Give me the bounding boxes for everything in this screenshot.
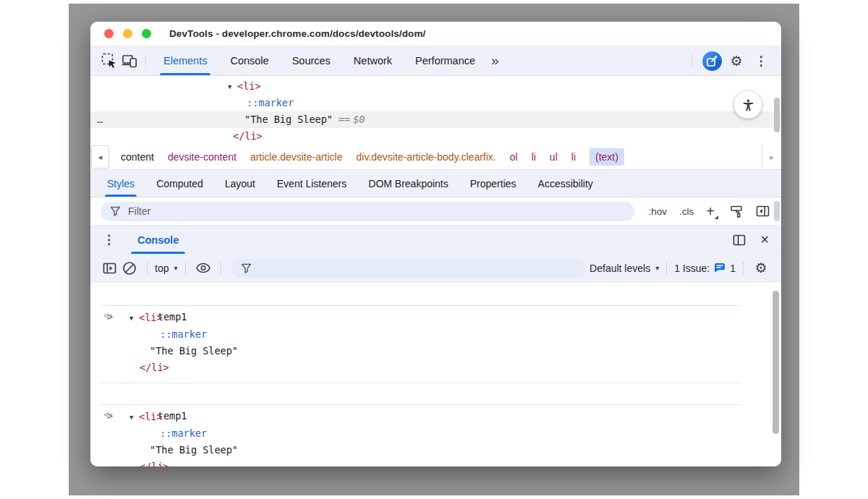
split-panel-icon[interactable] — [733, 234, 746, 246]
maximize-window-button[interactable] — [142, 29, 151, 38]
expander-triangle-icon[interactable]: ▼ — [228, 79, 237, 95]
breadcrumb-item-ul[interactable]: ul — [550, 151, 558, 163]
tab-elements[interactable]: Elements — [158, 46, 212, 75]
device-toolbar-button[interactable] — [119, 51, 140, 71]
rendering-emulation-button[interactable] — [730, 205, 744, 218]
javascript-context-selector[interactable]: top ▾ — [155, 263, 178, 274]
console-filter-input[interactable] — [252, 263, 578, 273]
tab-sources[interactable]: Sources — [287, 46, 336, 75]
funnel-icon — [110, 206, 121, 216]
console-result-message[interactable]: <· ▼<li> ::marker "The Big Sleep" </li> — [101, 306, 741, 383]
ai-assistance-button[interactable] — [702, 51, 722, 71]
console-settings-button[interactable]: ⚙ — [751, 258, 771, 278]
new-style-rule-button[interactable]: + — [706, 203, 718, 220]
breadcrumb-item-div-body[interactable]: div.devsite-article-body.clearfix. — [357, 151, 496, 163]
drawer-tab-console[interactable]: Console — [131, 226, 185, 254]
inspect-element-button[interactable] — [99, 51, 119, 71]
styles-filter-field[interactable] — [101, 202, 634, 221]
breadcrumb-item-text-selected[interactable]: (text) — [590, 148, 624, 166]
result-node-li-close[interactable]: </li> — [101, 459, 741, 466]
toggle-element-state-button[interactable]: :hov — [649, 206, 668, 217]
toolbar-separator — [743, 262, 744, 275]
tab-styles[interactable]: Styles — [103, 170, 138, 197]
devtools-window: DevTools - developer.chrome.com/docs/dev… — [90, 22, 781, 466]
inspect-icon — [101, 53, 117, 69]
breadcrumb-item-ol[interactable]: ol — [510, 151, 518, 163]
expander-triangle-icon[interactable]: ▼ — [129, 409, 139, 426]
minimize-window-button[interactable] — [123, 29, 132, 38]
styles-tab-bar: Styles Computed Layout Event Listeners D… — [90, 170, 781, 197]
tab-network[interactable]: Network — [349, 46, 397, 75]
tab-event-listeners[interactable]: Event Listeners — [273, 170, 351, 197]
live-expression-button[interactable] — [193, 258, 213, 278]
context-label: top — [155, 263, 169, 274]
result-node-marker[interactable]: ::marker — [101, 425, 741, 442]
dom-node-text-selected[interactable]: …"The Big Sleep"==$0 — [90, 111, 781, 128]
result-node-marker[interactable]: ::marker — [101, 326, 741, 343]
close-drawer-icon[interactable]: ✕ — [760, 233, 770, 247]
element-classes-button[interactable]: .cls — [679, 206, 694, 217]
console-input-message[interactable]: >temp1 — [101, 284, 741, 306]
styles-filter-input[interactable] — [128, 205, 625, 217]
result-node-li-open[interactable]: ▼<li> — [101, 310, 741, 326]
funnel-icon — [241, 263, 252, 273]
issues-counter[interactable]: 1 Issue: 1 — [674, 263, 736, 274]
result-node-text[interactable]: "The Big Sleep" — [101, 343, 741, 359]
breadcrumb-back-button[interactable]: ◂ — [91, 145, 109, 169]
styles-scrollbar-thumb[interactable] — [774, 201, 780, 221]
tag-open: <li> — [237, 80, 261, 92]
breadcrumb-item-devsite-content[interactable]: devsite-content — [168, 151, 237, 163]
settings-button[interactable]: ⚙ — [726, 51, 746, 71]
elements-scrollbar-thumb[interactable] — [774, 98, 780, 132]
main-tab-bar: Elements Console Sources Network Perform… — [90, 46, 781, 76]
tab-properties[interactable]: Properties — [467, 170, 520, 197]
console-scrollbar-thumb[interactable] — [773, 291, 779, 434]
computed-styles-sidebar-toggle-button[interactable] — [756, 205, 770, 217]
toolbar-separator — [692, 54, 692, 67]
log-levels-selector[interactable]: Default levels ▾ — [590, 263, 659, 274]
breadcrumb-item-content[interactable]: content — [121, 151, 154, 163]
devtools-menu-button[interactable]: ⋮ — [751, 51, 771, 71]
result-node-li-open[interactable]: ▼<li> — [101, 409, 741, 425]
dom-node-marker-pseudo[interactable]: ::marker — [90, 95, 781, 111]
breadcrumb-item-article[interactable]: article.devsite-article — [250, 151, 343, 163]
tag-close: </li> — [233, 130, 263, 142]
dom-node-li-open[interactable]: ▼<li> — [90, 78, 781, 95]
console-result-message[interactable]: <· ▼<li> ::marker "The Big Sleep" </li> — [101, 405, 741, 466]
result-node-li-close[interactable]: </li> — [101, 359, 741, 376]
dom-node-li-close[interactable]: </li> — [90, 128, 781, 145]
more-tabs-icon[interactable]: » — [491, 53, 499, 69]
node-overflow-dots-icon[interactable]: … — [97, 111, 103, 128]
levels-label: Default levels — [590, 263, 650, 274]
issue-label: 1 Issue: — [674, 263, 710, 274]
breadcrumb-item-li2[interactable]: li — [571, 151, 576, 163]
tab-accessibility[interactable]: Accessibility — [535, 170, 597, 197]
issue-bubble-icon — [714, 263, 726, 273]
text-node-value: "The Big Sleep" — [150, 444, 238, 456]
tab-performance[interactable]: Performance — [410, 46, 480, 75]
accessibility-fab-button[interactable] — [734, 91, 762, 119]
breadcrumb-forward-button[interactable]: ▸ — [762, 145, 781, 169]
result-node-text[interactable]: "The Big Sleep" — [101, 442, 741, 459]
text-node-value: "The Big Sleep" — [90, 111, 333, 128]
console-input-message[interactable]: >temp1 — [101, 383, 741, 405]
console-sidebar-toggle-button[interactable] — [99, 258, 119, 278]
console-filter-field[interactable] — [231, 259, 587, 278]
tab-computed[interactable]: Computed — [153, 170, 207, 197]
tag-open: <li> — [139, 411, 163, 422]
expander-triangle-icon[interactable]: ▼ — [129, 310, 139, 327]
pseudo-element: ::marker — [247, 97, 294, 108]
breadcrumb-item-li[interactable]: li — [532, 151, 536, 163]
tag-close: </li> — [140, 362, 169, 373]
clear-console-button[interactable] — [119, 258, 140, 278]
tag-close: </li> — [140, 461, 169, 466]
ai-assistance-icon — [705, 54, 720, 69]
text-node-value: "The Big Sleep" — [150, 345, 238, 357]
tab-dom-breakpoints[interactable]: DOM Breakpoints — [365, 170, 451, 197]
tab-console[interactable]: Console — [225, 46, 273, 75]
drawer-menu-icon[interactable]: ⋮ — [103, 234, 115, 246]
breadcrumb: ◂ content devsite-content article.devsit… — [90, 145, 781, 170]
close-window-button[interactable] — [104, 29, 114, 38]
traffic-lights — [104, 29, 151, 38]
tab-layout[interactable]: Layout — [221, 170, 259, 197]
